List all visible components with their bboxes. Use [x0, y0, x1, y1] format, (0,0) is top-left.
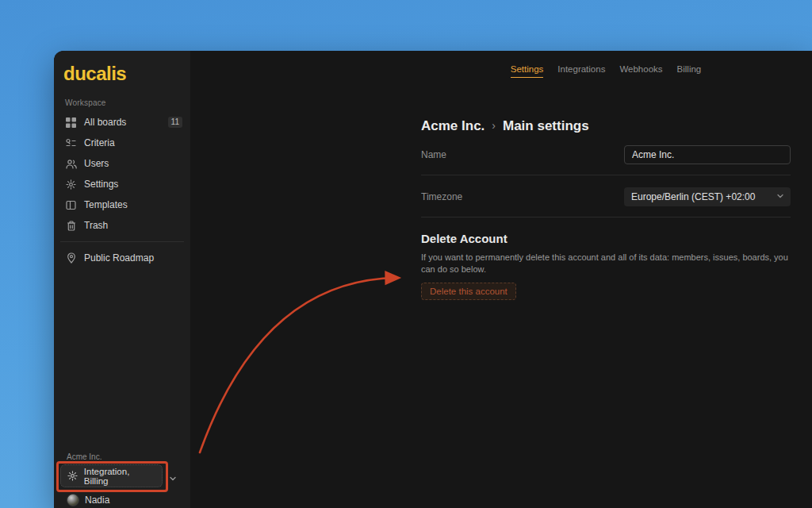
trash-icon [65, 220, 77, 232]
users-icon [65, 158, 77, 170]
name-input[interactable] [624, 145, 791, 164]
timezone-label: Timezone [421, 191, 462, 202]
ducalis-logo: ducalis [54, 51, 190, 84]
workspace-switcher-button[interactable]: Integration, Billing [60, 464, 163, 487]
sidebar-item-trash[interactable]: Trash [54, 215, 190, 236]
chevron-down-icon [776, 191, 784, 202]
timezone-value: Europe/Berlin (CEST) +02:00 [631, 191, 755, 202]
grid-icon [65, 117, 77, 129]
tab-billing[interactable]: Billing [677, 64, 702, 78]
sidebar-item-label: Criteria [84, 137, 115, 148]
settings-tabs: Settings Integrations Webhooks Billing [421, 64, 791, 78]
tab-webhooks[interactable]: Webhooks [619, 64, 662, 78]
workspace-name-label: Acme Inc. [54, 452, 190, 464]
timezone-select[interactable]: Europe/Berlin (CEST) +02:00 [624, 187, 791, 206]
delete-account-button[interactable]: Delete this account [421, 283, 516, 300]
sidebar-divider [60, 241, 184, 242]
user-menu[interactable]: Nadia [54, 487, 190, 506]
divider [421, 217, 791, 217]
user-name: Nadia [85, 495, 109, 506]
avatar [67, 494, 79, 506]
map-pin-icon [65, 252, 77, 264]
delete-account-heading: Delete Account [421, 232, 791, 245]
template-icon [65, 199, 77, 211]
sidebar-item-public-roadmap[interactable]: Public Roadmap [54, 248, 190, 268]
breadcrumb-workspace: Acme Inc. [421, 117, 485, 135]
main-panel: Settings Integrations Webhooks Billing A… [190, 51, 812, 508]
workspace-switcher-label: Integration, Billing [84, 467, 155, 486]
sidebar-item-label: All boards [84, 117, 126, 128]
sidebar-item-label: Public Roadmap [84, 252, 154, 264]
boards-count-badge: 11 [168, 117, 182, 128]
sidebar-item-criteria[interactable]: Criteria [54, 133, 190, 153]
sidebar-item-users[interactable]: Users [54, 153, 190, 174]
tab-settings[interactable]: Settings [511, 64, 544, 78]
divider [421, 175, 791, 175]
sidebar-item-settings[interactable]: Settings [54, 174, 190, 194]
sidebar: ducalis Workspace All boards 11 Criteria [54, 51, 190, 508]
sidebar-item-all-boards[interactable]: All boards 11 [54, 112, 190, 133]
chevron-right-icon: › [492, 117, 496, 134]
breadcrumb: Acme Inc. › Main settings [421, 117, 791, 135]
sidebar-item-label: Trash [84, 220, 108, 231]
chevron-down-icon[interactable] [169, 471, 177, 486]
sidebar-item-label: Settings [84, 179, 118, 190]
page-title: Main settings [503, 117, 589, 135]
sidebar-item-label: Templates [84, 199, 128, 210]
sidebar-item-templates[interactable]: Templates [54, 194, 190, 215]
name-label: Name [421, 149, 446, 160]
sidebar-item-label: Users [84, 158, 109, 169]
workspace-section-label: Workspace [54, 84, 190, 112]
criteria-icon [65, 137, 77, 149]
tab-integrations[interactable]: Integrations [557, 64, 605, 78]
gear-icon [67, 471, 79, 482]
gear-icon [65, 179, 77, 190]
delete-account-description: If you want to permanently delete this a… [421, 252, 791, 275]
app-window: ducalis Workspace All boards 11 Criteria [54, 51, 812, 508]
